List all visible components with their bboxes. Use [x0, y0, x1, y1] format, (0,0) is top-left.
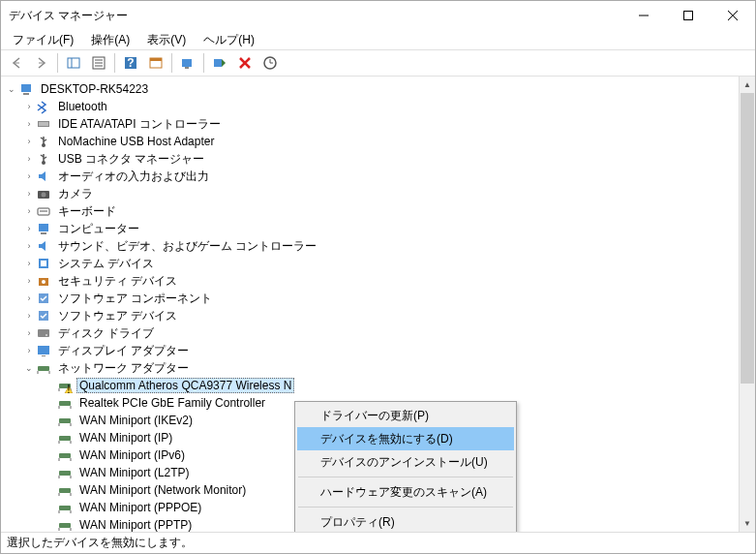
tree-category[interactable]: ›コンピューター [1, 220, 739, 237]
ctx-scan-hardware[interactable]: ハードウェア変更のスキャン(A) [297, 480, 514, 504]
menubar: ファイル(F) 操作(A) 表示(V) ヘルプ(H) [1, 30, 755, 49]
tree-label: コンピューター [55, 221, 142, 237]
tree-category[interactable]: ›Bluetooth [1, 98, 739, 115]
back-button[interactable] [5, 51, 28, 75]
expander-icon[interactable]: › [22, 204, 36, 218]
properties-button[interactable] [87, 51, 110, 75]
tree-category[interactable]: ›ディスプレイ アダプター [1, 342, 739, 359]
expander-icon[interactable]: › [22, 117, 36, 131]
computer-icon [18, 81, 34, 97]
tree-category[interactable]: ›セキュリティ デバイス [1, 272, 739, 290]
ctx-properties[interactable]: プロパティ(R) [297, 510, 514, 532]
menu-view[interactable]: 表示(V) [139, 30, 194, 50]
tree-label: カメラ [55, 186, 96, 202]
tree-label: Realtek PCIe GbE Family Controller [76, 396, 268, 410]
expander-icon[interactable]: › [22, 274, 36, 288]
expander-icon[interactable]: › [22, 169, 36, 183]
scroll-up-arrow[interactable]: ▲ [740, 77, 755, 93]
help-button[interactable]: ? [119, 51, 142, 75]
expander-icon[interactable]: › [22, 344, 36, 357]
menu-action[interactable]: 操作(A) [83, 30, 137, 50]
window-title: デバイス マネージャー [9, 8, 621, 24]
close-button[interactable] [711, 1, 755, 30]
action-button[interactable] [144, 51, 167, 75]
tree-label: WAN Miniport (Network Monitor) [76, 483, 249, 497]
network-adapter-icon [57, 517, 73, 532]
svg-point-37 [42, 280, 45, 284]
enable-button[interactable] [208, 51, 231, 75]
svg-rect-58 [59, 436, 71, 441]
ctx-disable-device[interactable]: デバイスを無効にする(D) [297, 427, 514, 450]
software-icon [36, 291, 51, 306]
expander-icon[interactable]: › [22, 222, 36, 235]
tree-device[interactable]: !Qualcomm Atheros QCA9377 Wireless N [1, 377, 739, 394]
forward-button[interactable] [30, 51, 53, 75]
scroll-down-arrow[interactable]: ▼ [740, 515, 755, 532]
tree-label: WAN Miniport (IKEv2) [76, 414, 196, 427]
expander-icon[interactable]: ⌄ [5, 82, 18, 96]
tree-category[interactable]: ⌄ネットワーク アダプター [1, 359, 739, 377]
tree-label: システム デバイス [55, 256, 157, 272]
uninstall-button[interactable] [233, 51, 257, 75]
tree-category[interactable]: ›キーボード [1, 202, 739, 220]
svg-rect-1 [684, 12, 693, 20]
svg-rect-4 [68, 58, 79, 68]
tree-label: Bluetooth [55, 100, 110, 113]
expander-icon[interactable]: › [22, 292, 36, 305]
disk-icon [36, 325, 51, 341]
ctx-update-driver[interactable]: ドライバーの更新(P) [297, 404, 514, 427]
tree-category[interactable]: ›ディスク ドライブ [1, 324, 739, 342]
tree-category[interactable]: ›オーディオの入力および出力 [1, 168, 739, 185]
bluetooth-icon [36, 99, 51, 114]
show-hide-console-button[interactable] [62, 51, 85, 75]
maximize-button[interactable] [666, 1, 711, 30]
tree-category[interactable]: ›サウンド、ビデオ、およびゲーム コントローラー [1, 237, 739, 255]
tree-label: WAN Miniport (PPTP) [76, 518, 195, 532]
audio-icon [36, 169, 51, 184]
tree-label: ディスク ドライブ [55, 325, 157, 342]
svg-rect-67 [59, 488, 71, 493]
svg-rect-15 [185, 67, 189, 69]
expander-icon[interactable]: ⌄ [22, 361, 36, 375]
tree-category[interactable]: ›システム デバイス [1, 255, 739, 272]
tree-category[interactable]: ›ソフトウェア コンポーネント [1, 290, 739, 307]
update-driver-button[interactable] [258, 51, 282, 75]
expander-icon[interactable]: › [22, 239, 36, 253]
tree-category[interactable]: ›カメラ [1, 185, 739, 202]
usb-icon [36, 151, 51, 167]
computer-icon [36, 221, 51, 236]
expander-icon[interactable]: › [22, 152, 36, 166]
tree-label: サウンド、ビデオ、およびゲーム コントローラー [55, 238, 319, 255]
expander-icon[interactable]: › [22, 100, 36, 113]
svg-text:!: ! [67, 383, 70, 394]
scan-hardware-button[interactable] [176, 51, 199, 75]
scroll-thumb[interactable] [741, 93, 754, 384]
menu-file[interactable]: ファイル(F) [5, 30, 81, 50]
svg-rect-33 [41, 232, 46, 234]
tree-root[interactable]: ⌄DESKTOP-RK54223 [1, 80, 739, 98]
minimize-button[interactable] [621, 1, 666, 30]
expander-icon[interactable]: › [22, 326, 36, 340]
svg-rect-73 [59, 523, 71, 528]
display-icon [36, 343, 51, 358]
ctx-uninstall-device[interactable]: デバイスのアンインストール(U) [297, 450, 514, 474]
svg-text:?: ? [127, 56, 134, 70]
status-text: 選択したデバイスを無効にします。 [7, 535, 193, 551]
expander-icon[interactable]: › [22, 187, 36, 200]
tree-category[interactable]: ›USB コネクタ マネージャー [1, 150, 739, 168]
vertical-scrollbar[interactable]: ▲ ▼ [739, 77, 755, 532]
expander-icon[interactable]: › [22, 257, 36, 270]
network-adapter-icon [57, 430, 73, 446]
tree-category[interactable]: ›NoMachine USB Host Adapter [1, 133, 739, 150]
expander-icon[interactable]: › [22, 309, 36, 323]
tree-label: オーディオの入力および出力 [55, 169, 212, 185]
expander-icon[interactable]: › [22, 135, 36, 148]
network-adapter-icon [57, 500, 73, 515]
menu-help[interactable]: ヘルプ(H) [196, 30, 262, 50]
tree-label: ネットワーク アダプター [55, 360, 192, 377]
tree-category[interactable]: ›ソフトウェア デバイス [1, 307, 739, 324]
ctx-separator [298, 477, 513, 477]
tree-category[interactable]: ›IDE ATA/ATAPI コントローラー [1, 115, 739, 133]
window-controls [621, 1, 755, 30]
tree-label: NoMachine USB Host Adapter [55, 135, 217, 148]
